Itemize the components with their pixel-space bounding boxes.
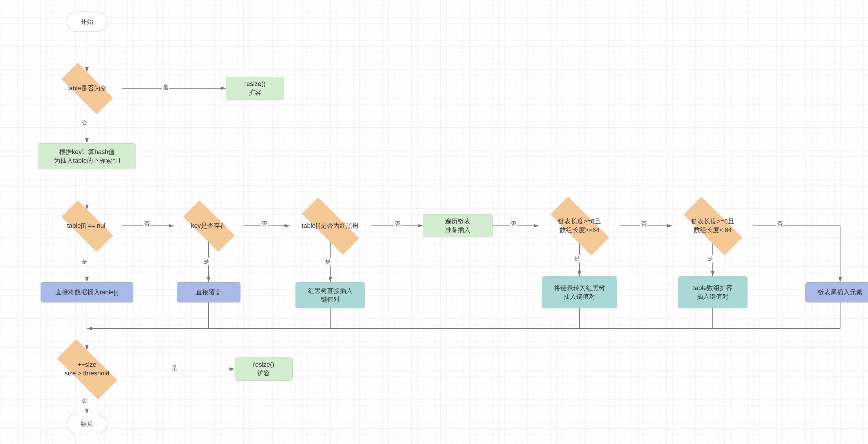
- node-size-check: ++size size > threshold: [46, 350, 127, 388]
- node-is-rbtree: table[i]是否为红黑树: [290, 210, 371, 242]
- node-len8-a-label: 链表长度>=8且 数组长度>=64: [558, 217, 601, 234]
- node-hash-calc-label: 根据key计算hash值 为插入table的下标索引i: [54, 148, 120, 165]
- node-len8-b: 链表长度>=8且 数组长度< 64: [672, 208, 753, 243]
- node-start-label: 开始: [81, 18, 93, 26]
- node-to-rb: 将链表转为红黑树 插入键值对: [542, 276, 617, 308]
- edge-label: 否: [640, 220, 647, 228]
- node-table-i-null-label: table[i] == null: [67, 221, 107, 230]
- edge-label: 否: [261, 220, 268, 228]
- edge-label: 是: [574, 255, 581, 263]
- node-is-rbtree-label: table[i]是否为红黑树: [302, 221, 359, 230]
- node-len8-a: 链表长度>=8且 数组长度>=64: [539, 208, 620, 243]
- node-to-rb-label: 将链表转为红黑树 插入键值对: [554, 284, 605, 301]
- node-traverse-label: 遍历链表 准备插入: [445, 217, 470, 234]
- node-key-exists-label: key是否存在: [191, 221, 226, 230]
- edge-label: 否: [510, 220, 517, 228]
- edge-label: 是: [324, 258, 332, 265]
- edge-label: 是: [707, 255, 714, 263]
- node-rb-insert-label: 红黑树直接插入 键值对: [308, 286, 352, 304]
- edge-label: 否: [144, 220, 150, 228]
- edge-label: 是: [171, 364, 178, 372]
- node-resize-2-label: resize() 扩容: [253, 361, 274, 377]
- node-resize-2: resize() 扩容: [235, 357, 292, 381]
- node-table-i-null: table[i] == null: [52, 210, 122, 242]
- node-table-empty-label: table是否为空: [67, 84, 106, 93]
- node-len8-b-label: 链表长度>=8且 数组长度< 64: [691, 217, 734, 234]
- node-resize-1: resize() 扩容: [226, 77, 284, 100]
- node-resize-1-label: resize() 扩容: [244, 79, 266, 97]
- node-tail-insert: 链表尾插入元素: [805, 282, 868, 303]
- edge-label: 否: [81, 119, 88, 127]
- node-tail-insert-label: 链表尾插入元素: [818, 288, 863, 297]
- node-end-label: 结束: [81, 420, 93, 429]
- edge-label: 是: [162, 83, 169, 91]
- node-tbl-resize: table数组扩容 插入键值对: [678, 276, 747, 308]
- flowchart-canvas: 开始 table是否为空 resize() 扩容 根据key计算hash值 为插…: [0, 0, 868, 444]
- edge-label: 是: [81, 258, 88, 265]
- node-end: 结束: [67, 414, 107, 434]
- node-rb-insert: 红黑树直接插入 键值对: [296, 282, 365, 308]
- node-insert-i-label: 直接将数据插入table[i]: [55, 288, 119, 297]
- edge-label: 是: [203, 258, 210, 265]
- node-key-exists: key是否存在: [174, 210, 243, 242]
- node-traverse: 遍历链表 准备插入: [423, 214, 493, 237]
- edge-label: 否: [776, 220, 783, 228]
- node-hash-calc: 根据key计算hash值 为插入table的下标索引i: [38, 143, 136, 169]
- edge-label: 否: [81, 397, 88, 404]
- node-overwrite: 直接覆盖: [177, 282, 241, 303]
- node-start: 开始: [67, 11, 107, 32]
- node-insert-i: 直接将数据插入table[i]: [40, 282, 133, 303]
- node-size-check-label: ++size size > threshold: [65, 361, 110, 377]
- node-table-empty: table是否为空: [52, 72, 122, 104]
- node-tbl-resize-label: table数组扩容 插入键值对: [693, 284, 733, 301]
- node-overwrite-label: 直接覆盖: [196, 288, 221, 297]
- edge-label: 否: [394, 220, 401, 228]
